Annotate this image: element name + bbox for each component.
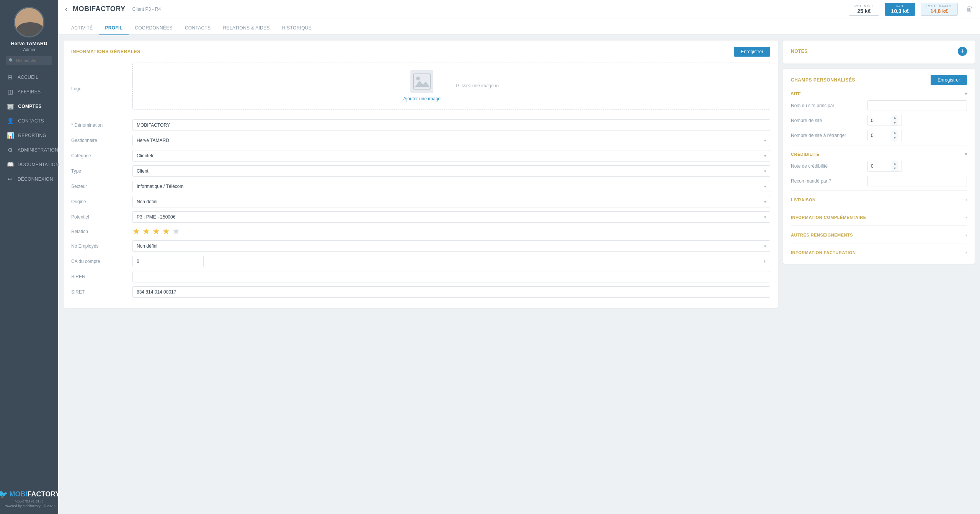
- nb-site-etranger-input[interactable]: [868, 131, 891, 140]
- card-header: INFORMATIONS GÉNÉRALES Enregistrer: [71, 47, 770, 57]
- nb-employes-row: Nb Employés Non défini ▾: [71, 240, 770, 252]
- tab-coordonnees[interactable]: COORDONNÉES: [129, 21, 179, 35]
- siren-label: SIREN: [71, 274, 132, 279]
- potentiel-select[interactable]: P3 : PME - 25000€: [132, 211, 770, 223]
- tab-relations[interactable]: RELATIONS & AIDES: [217, 21, 276, 35]
- note-credibilite-down[interactable]: ▼: [891, 166, 898, 171]
- star-2[interactable]: ★: [142, 227, 150, 237]
- relation-label: Relation: [71, 229, 132, 234]
- section-livraison-wrapper: LIVRAISON ›: [791, 190, 967, 205]
- reporting-icon: 📊: [7, 132, 14, 139]
- back-button[interactable]: ‹: [65, 5, 67, 13]
- section-facturation-wrapper: INFORMATION FACTURATION ›: [791, 243, 967, 258]
- stat-fait-label: Fait: [896, 4, 903, 8]
- sidebar: Hervé TAMARD Admin 🔍 ⊞ ACCUEIL ◫ AFFAIRE…: [0, 0, 58, 514]
- ca-label: CA du compte: [71, 259, 132, 264]
- section-info-comp[interactable]: INFORMATION COMPLÉMENTAIRE ›: [791, 212, 967, 222]
- recommande-input[interactable]: [867, 176, 967, 186]
- chevron-down-icon: ▾: [965, 91, 967, 96]
- custom-title: CHAMPS PERSONNALISÉS: [791, 77, 855, 83]
- potentiel-select-wrapper: P3 : PME - 25000€ ▾: [132, 211, 770, 223]
- siret-input[interactable]: [132, 286, 770, 298]
- sidebar-item-reporting[interactable]: 📊 REPORTING: [0, 128, 58, 143]
- categorie-select[interactable]: Clientèle: [132, 150, 770, 162]
- nb-site-up[interactable]: ▲: [891, 115, 898, 121]
- categorie-select-wrapper: Clientèle ▾: [132, 150, 770, 162]
- delete-button[interactable]: 🗑: [966, 5, 973, 13]
- add-image-link[interactable]: Ajouter une image: [403, 96, 441, 101]
- section-livraison[interactable]: LIVRAISON ›: [791, 194, 967, 205]
- page-content: INFORMATIONS GÉNÉRALES Enregistrer Logo: [58, 35, 980, 514]
- gestionnaire-select-wrapper: Hervé TAMARD ▾: [132, 135, 770, 146]
- tab-contacts[interactable]: CONTACTS: [179, 21, 217, 35]
- origine-select[interactable]: Non défini: [132, 196, 770, 207]
- denomination-input[interactable]: [132, 119, 770, 131]
- gestionnaire-select[interactable]: Hervé TAMARD: [132, 135, 770, 146]
- sidebar-item-deconnexion[interactable]: ↩ DÉCONNEXION: [0, 172, 58, 186]
- card-title: INFORMATIONS GÉNÉRALES: [71, 49, 140, 54]
- nb-site-input[interactable]: [868, 116, 891, 126]
- siren-input[interactable]: [132, 271, 770, 282]
- star-1[interactable]: ★: [132, 227, 140, 237]
- potentiel-label: Potentiel: [71, 214, 132, 220]
- sidebar-item-comptes[interactable]: 🏢 COMPTES: [0, 99, 58, 114]
- ca-input[interactable]: [132, 256, 204, 267]
- star-4[interactable]: ★: [162, 227, 170, 237]
- note-credibilite-input[interactable]: [868, 161, 891, 171]
- add-note-button[interactable]: +: [958, 47, 967, 56]
- nom-site-input[interactable]: [867, 100, 967, 111]
- logout-icon: ↩: [7, 176, 14, 183]
- note-credibilite-up[interactable]: ▲: [891, 161, 898, 166]
- logo-placeholder: Ajouter une image: [403, 70, 441, 101]
- sidebar-item-administration[interactable]: ⚙ ADMINISTRATION: [0, 143, 58, 157]
- search-wrapper: 🔍: [6, 56, 52, 65]
- accueil-icon: ⊞: [7, 74, 14, 81]
- sidebar-item-affaires[interactable]: ◫ AFFAIRES: [0, 85, 58, 99]
- origine-select-wrapper: Non défini ▾: [132, 196, 770, 207]
- main-wrapper: ‹ MOBIFACTORY Client P3 - R4 Potentiel 2…: [58, 0, 980, 514]
- notes-card: NOTES +: [783, 41, 975, 64]
- nb-employes-select-wrapper: Non défini ▾: [132, 240, 770, 252]
- nb-employes-label: Nb Employés: [71, 243, 132, 249]
- stars-rating[interactable]: ★ ★ ★ ★ ★: [132, 227, 180, 237]
- sidebar-item-label: AFFAIRES: [18, 89, 41, 95]
- drop-hint: Glissez une image ici: [456, 83, 499, 88]
- section-site: SITE ▾: [791, 91, 967, 96]
- sidebar-item-contacts[interactable]: 👤 CONTACTS: [0, 114, 58, 128]
- gestionnaire-row: Gestionnaire Hervé TAMARD ▾: [71, 135, 770, 146]
- stat-potentiel: Potentiel 25 k€: [849, 3, 879, 16]
- tab-profil[interactable]: PROFIL: [99, 21, 129, 35]
- nb-employes-select[interactable]: Non défini: [132, 240, 770, 252]
- star-3[interactable]: ★: [152, 227, 160, 237]
- section-info-comp-label: INFORMATION COMPLÉMENTAIRE: [791, 215, 866, 220]
- svg-point-1: [416, 77, 420, 80]
- chevron-right-icon: ›: [965, 214, 967, 220]
- logo-upload-area[interactable]: Ajouter une image Glissez une image ici: [132, 62, 770, 109]
- nb-site-label: Nombre de site: [791, 118, 867, 123]
- chevron-right-icon: ›: [965, 250, 967, 255]
- nb-site-down[interactable]: ▼: [891, 121, 898, 126]
- secteur-select[interactable]: Informatique / Télécom: [132, 181, 770, 192]
- section-credibilite-label: CRÉDIBILITÉ: [791, 152, 820, 157]
- sidebar-item-documentation[interactable]: 📖 DOCUMENTATION: [0, 157, 58, 172]
- sidebar-item-label: ACCUEIL: [18, 75, 38, 80]
- sidebar-item-label: ADMINISTRATION: [18, 147, 58, 153]
- section-credibilite-wrapper: CRÉDIBILITÉ ▾ Note de crédibilité ▲ ▼: [791, 145, 967, 186]
- type-select[interactable]: Client: [132, 165, 770, 177]
- section-autres[interactable]: AUTRES RENSEIGNEMENTS ›: [791, 230, 967, 240]
- star-5[interactable]: ★: [172, 227, 180, 237]
- tab-historique[interactable]: HISTORIQUE: [276, 21, 318, 35]
- nb-site-etranger-down[interactable]: ▼: [891, 135, 898, 141]
- stat-reste-value: 14,8 k€: [930, 8, 948, 14]
- potentiel-row: Potentiel P3 : PME - 25000€ ▾: [71, 211, 770, 223]
- note-credibilite-wrapper: ▲ ▼: [867, 161, 902, 172]
- sidebar-item-accueil[interactable]: ⊞ ACCUEIL: [0, 70, 58, 85]
- custom-save-button[interactable]: Enregistrer: [931, 75, 967, 85]
- stat-reste-label: Reste à faire: [926, 4, 952, 8]
- section-facturation[interactable]: INFORMATION FACTURATION ›: [791, 247, 967, 258]
- chevron-down-icon: ▾: [965, 152, 967, 157]
- nb-site-etranger-up[interactable]: ▲: [891, 130, 898, 135]
- stat-potentiel-value: 25 k€: [857, 8, 871, 14]
- tab-activite[interactable]: ACTIVITÉ: [65, 21, 99, 35]
- save-button[interactable]: Enregistrer: [734, 47, 770, 57]
